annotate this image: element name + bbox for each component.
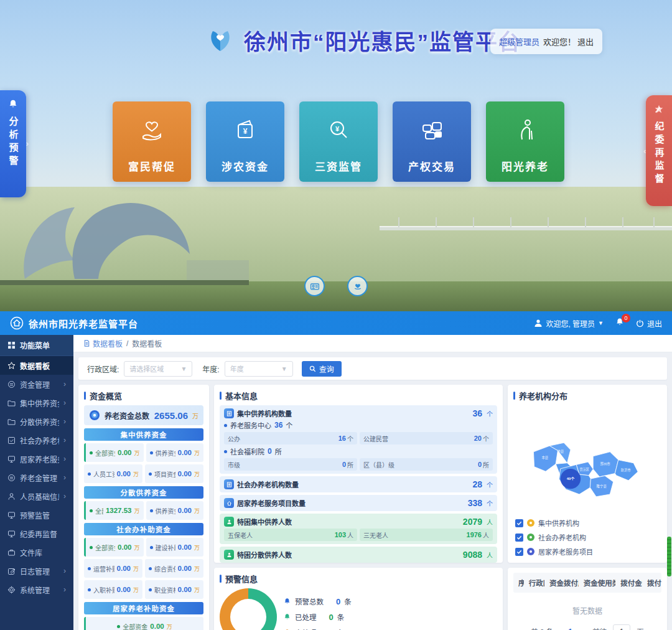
person-icon [224, 517, 234, 527]
tile-chanquan-jiaoyi[interactable]: 产权交易 [393, 101, 471, 182]
care-heart-float-icon[interactable] [347, 276, 368, 296]
sidebar-item-warning-supervision[interactable]: 预警监管 [0, 505, 73, 524]
topbar-right: 欢迎您, 管理员 ▼ 0 退出 [534, 317, 662, 329]
pagination: 共 0 条 ‹ 1 › 前往 1 页 [513, 624, 661, 630]
checkbox-checked[interactable] [515, 548, 523, 556]
cluster-count: 40个 [567, 476, 575, 481]
idcard-float-icon[interactable] [304, 276, 325, 296]
warning-stat-label: 未处理 [295, 628, 317, 630]
dashboard-topbar: 徐州市阳光养老监管平台 欢迎您, 管理员 ▼ 0 退出 [0, 311, 672, 335]
edit-icon [7, 567, 16, 575]
empty-state: 暂无数据 [513, 593, 661, 624]
bullet-dot [149, 567, 152, 570]
title-bar [513, 392, 515, 400]
checkbox-checked[interactable] [515, 534, 523, 542]
sidebar-item-system-management[interactable]: 系统管理› [0, 580, 73, 599]
legend-row: 社会办养老机构 [515, 532, 593, 542]
basic-info-title: 基本信息 [225, 390, 258, 402]
fund-item: 入职补贴0.00万 [84, 580, 142, 599]
coins-icon [7, 380, 16, 388]
year-placeholder: 年度 [230, 364, 281, 374]
fund-item: 运营补贴0.00万 [84, 559, 142, 578]
bell-icon [283, 613, 291, 621]
sub-label: 养老服务中心 [230, 420, 271, 430]
fund-item: 全部资金1327.53万 [84, 501, 144, 520]
sidebar-item-dashboard[interactable]: 数据看板 [0, 356, 73, 375]
column-header: 资金使用类别 [579, 578, 616, 588]
sub-unit: 所 [275, 446, 282, 456]
column-header: 序号 [513, 578, 524, 588]
prev-page-button[interactable]: ‹ [559, 626, 562, 630]
discipline-supervision-tab[interactable]: 纪委再监督 ‹ [646, 95, 672, 206]
coins-icon [7, 474, 16, 482]
tile-sanzi-jianguan[interactable]: ¥ 三资监管 [299, 101, 378, 182]
sidebar-item-pension[interactable]: 养老金管理› [0, 468, 73, 487]
sidebar-item-label: 系统管理 [20, 585, 59, 595]
analysis-warning-label: 分析预警 [7, 116, 20, 169]
page-number[interactable]: 1 [568, 628, 572, 630]
total-funds-unit: 万 [192, 411, 198, 420]
search-icon [309, 365, 316, 372]
map-title: 养老机构分布 [519, 390, 567, 402]
tile-fumin-bangcu[interactable]: 富民帮促 [113, 101, 191, 182]
briefcase-icon [7, 548, 16, 557]
fund-item: 供养资金0.00万 [146, 443, 204, 462]
sidebar-item-personnel[interactable]: 人员基础信息› [0, 487, 73, 505]
home-icon [224, 498, 234, 508]
chevron-right-icon: › [63, 454, 66, 463]
bullet-dot [224, 450, 227, 453]
next-page-button[interactable]: › [579, 626, 581, 630]
breadcrumb-separator: / [126, 339, 128, 348]
banner-username: 超级管理员 [499, 35, 539, 47]
fund-item: 建设补助0.00万 [146, 538, 204, 557]
bell-icon [7, 99, 19, 110]
sidebar-item-discipline-resupervision[interactable]: 纪委再监督 [0, 524, 73, 543]
notifications-button[interactable]: 0 [615, 317, 625, 329]
chevron-right-icon: › [63, 436, 66, 444]
filter-bar: 行政区域: 请选择区域 ▼ 年度: 年度 ▼ 查询 [78, 357, 667, 380]
svg-text:¥: ¥ [335, 125, 340, 133]
search-button[interactable]: 查询 [302, 361, 342, 377]
sub-stat: 公建民营20个 [360, 432, 493, 444]
sidebar-item-decentralized-funds[interactable]: 分散供养资金› [0, 412, 73, 431]
chevron-right-icon: › [63, 417, 66, 426]
sidebar-item-social-institutions[interactable]: 社会办养老机构› [0, 431, 73, 449]
basic-info-panel: 基本信息 集中供养机构数量 36个 养老服务中心36个 公办16个 公建民营20… [214, 385, 503, 563]
region-select[interactable]: 请选择区域 ▼ [124, 361, 192, 377]
bullet-dot [150, 509, 153, 512]
sidebar-item-label: 集中供养资金 [20, 398, 59, 408]
warning-stat-label: 已处理 [295, 612, 317, 622]
chevron-left-icon: ‹ [643, 146, 646, 156]
scrollbar-thumb[interactable] [667, 537, 671, 576]
sub-label: 社会福利院 [230, 446, 264, 456]
logout-button[interactable]: 退出 [636, 318, 662, 329]
year-select[interactable]: 年度 ▼ [225, 361, 293, 377]
monitor-icon [7, 511, 16, 519]
tile-shenong-zijin[interactable]: ¥ 涉农资金 [206, 101, 284, 182]
stat-card-centralized-institutions: 集中供养机构数量 36个 养老服务中心36个 公办16个 公建民营20个 社会福… [220, 405, 497, 474]
region-label: 贾汪区 [579, 467, 589, 472]
total-funds-card: 养老资金总数 2655.06 万 [84, 405, 203, 425]
sidebar-item-funds[interactable]: 资金管理› [0, 375, 73, 393]
banner-logout-button[interactable]: 退出 [577, 35, 594, 47]
sidebar-item-centralized-funds[interactable]: 集中供养资金› [0, 393, 73, 412]
banner-title: 徐州市“阳光惠民”监管平台 [244, 24, 521, 56]
logout-label: 退出 [647, 318, 662, 329]
analysis-warning-tab[interactable]: 分析预警 › [0, 90, 26, 197]
sidebar-item-home-care-projects[interactable]: 居家养老服务项目› [0, 449, 73, 468]
tile-yangguang-yanglao[interactable]: 阳光养老 [486, 101, 564, 182]
legend-row: 居家养老服务项目 [515, 547, 593, 557]
monitor-icon [7, 455, 16, 463]
checkbox-checked[interactable] [515, 519, 523, 527]
stat-label: 社会办养老机构数量 [237, 479, 469, 489]
warning-stat-label: 预警总数 [295, 596, 324, 606]
breadcrumb-root[interactable]: 数据看板 [83, 338, 123, 349]
sidebar-item-file-library[interactable]: 文件库 [0, 543, 73, 562]
year-filter-label: 年度: [202, 364, 219, 374]
chevron-right-icon: › [63, 585, 66, 594]
bullet-dot [90, 546, 93, 549]
stat-card-decentralized-support: 特困分散供养人数 9088人 [220, 547, 497, 563]
sidebar-item-log-management[interactable]: 日志管理› [0, 562, 73, 580]
user-menu[interactable]: 欢迎您, 管理员 ▼ [534, 318, 604, 329]
goto-page-input[interactable]: 1 [613, 624, 630, 630]
